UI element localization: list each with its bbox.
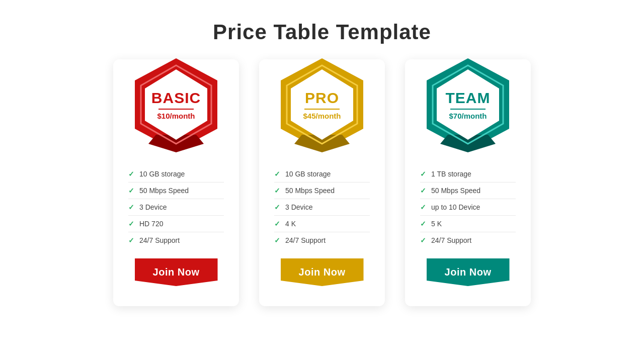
join-button-team[interactable]: Join Now	[427, 258, 510, 286]
btn-wrapper-team: Join Now	[405, 258, 531, 306]
check-icon: ✓	[420, 220, 426, 228]
feature-team-1: ✓ 50 Mbps Speed	[420, 183, 516, 199]
check-icon: ✓	[128, 220, 134, 228]
feature-basic-2: ✓ 3 Device	[128, 199, 224, 216]
plan-name-pro: PRO	[303, 89, 341, 107]
feature-pro-0: ✓ 10 GB storage	[274, 166, 370, 183]
check-icon: ✓	[128, 187, 134, 195]
pricing-cards: BASIC $10/month ✓ 10 GB storage ✓ 50 Mbp…	[113, 59, 531, 306]
check-icon: ✓	[128, 236, 134, 244]
plan-name-team: TEAM	[446, 89, 491, 107]
card-basic: BASIC $10/month ✓ 10 GB storage ✓ 50 Mbp…	[113, 59, 239, 306]
badge-pro: PRO $45/month	[272, 54, 372, 155]
feature-pro-1: ✓ 50 Mbps Speed	[274, 183, 370, 199]
plan-price-basic: $10/month	[151, 112, 201, 120]
btn-wrapper-pro: Join Now	[259, 258, 385, 306]
join-button-pro[interactable]: Join Now	[281, 258, 364, 286]
feature-pro-2: ✓ 3 Device	[274, 199, 370, 216]
check-icon: ✓	[420, 236, 426, 244]
features-pro: ✓ 10 GB storage ✓ 50 Mbps Speed ✓ 3 Devi…	[259, 160, 385, 258]
check-icon: ✓	[128, 170, 134, 178]
plan-name-basic: BASIC	[151, 89, 201, 107]
feature-team-3: ✓ 5 K	[420, 216, 516, 232]
feature-pro-4: ✓ 24/7 Support	[274, 232, 370, 248]
feature-team-4: ✓ 24/7 Support	[420, 232, 516, 248]
badge-text-team: TEAM $70/month	[446, 89, 491, 120]
badge-text-basic: BASIC $10/month	[151, 89, 201, 120]
plan-price-team: $70/month	[446, 112, 491, 120]
features-basic: ✓ 10 GB storage ✓ 50 Mbps Speed ✓ 3 Devi…	[113, 160, 239, 258]
check-icon: ✓	[420, 170, 426, 178]
badge-text-pro: PRO $45/month	[303, 89, 341, 120]
feature-team-0: ✓ 1 TB storage	[420, 166, 516, 183]
page-title: Price Table Template	[213, 20, 431, 44]
feature-basic-1: ✓ 50 Mbps Speed	[128, 183, 224, 199]
btn-wrapper-basic: Join Now	[113, 258, 239, 306]
check-icon: ✓	[274, 220, 280, 228]
check-icon: ✓	[274, 187, 280, 195]
check-icon: ✓	[420, 203, 426, 211]
join-button-basic[interactable]: Join Now	[135, 258, 218, 286]
feature-basic-0: ✓ 10 GB storage	[128, 166, 224, 183]
card-team: TEAM $70/month ✓ 1 TB storage ✓ 50 Mbps …	[405, 59, 531, 306]
features-team: ✓ 1 TB storage ✓ 50 Mbps Speed ✓ up to 1…	[405, 160, 531, 258]
card-pro: PRO $45/month ✓ 10 GB storage ✓ 50 Mbps …	[259, 59, 385, 306]
badge-basic: BASIC $10/month	[126, 54, 226, 155]
check-icon: ✓	[274, 236, 280, 244]
feature-team-2: ✓ up to 10 Device	[420, 199, 516, 216]
check-icon: ✓	[128, 203, 134, 211]
check-icon: ✓	[274, 203, 280, 211]
check-icon: ✓	[274, 170, 280, 178]
check-icon: ✓	[420, 187, 426, 195]
plan-price-pro: $45/month	[303, 112, 341, 120]
feature-basic-3: ✓ HD 720	[128, 216, 224, 232]
feature-pro-3: ✓ 4 K	[274, 216, 370, 232]
badge-team: TEAM $70/month	[418, 54, 518, 155]
feature-basic-4: ✓ 24/7 Support	[128, 232, 224, 248]
